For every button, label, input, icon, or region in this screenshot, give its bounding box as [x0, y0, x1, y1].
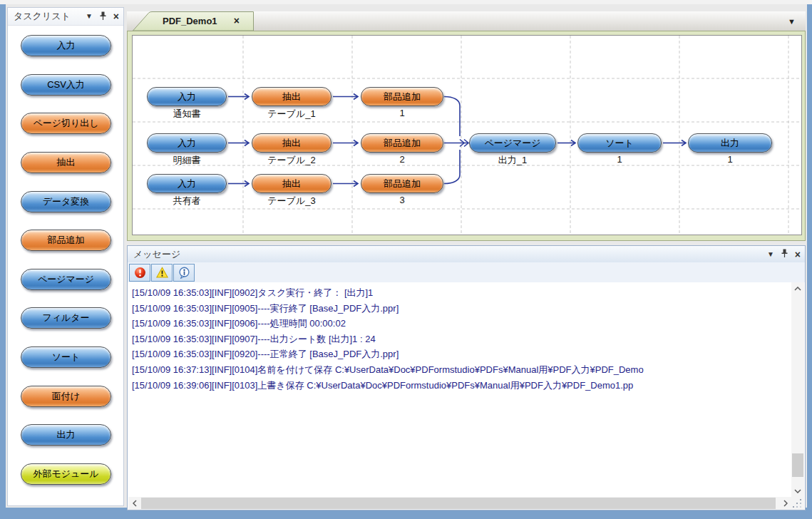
scroll-down-icon[interactable] [791, 485, 804, 497]
flow-node[interactable]: 抽出 [252, 133, 332, 153]
warning-filter-button[interactable] [151, 264, 173, 282]
flow-node[interactable]: 入力 [147, 174, 227, 193]
tab-label: PDF_Demo1 [163, 16, 217, 26]
task-button[interactable]: ソート [21, 346, 111, 368]
scroll-right-icon[interactable] [779, 497, 791, 510]
flow-canvas-frame: 入力通知書抽出テーブル_1部品追加1入力明細書抽出テーブル_2部品追加2ページマ… [127, 31, 806, 241]
tasklist-title: タスクリスト [8, 10, 71, 23]
resize-grip[interactable] [791, 497, 804, 510]
task-button[interactable]: ページマージ [21, 269, 111, 290]
info-icon [178, 267, 190, 279]
flow-node-name: テーブル_1 [252, 108, 332, 120]
tasklist-panel: タスクリスト ▼ × 入力CSV入力ページ切り出し抽出データ変換部品追加ページマ… [7, 7, 124, 506]
tab-close-icon[interactable]: × [234, 15, 240, 26]
task-button[interactable]: 面付け [21, 386, 111, 407]
log-line: [15/10/09 16:35:03][INF][0905]----実行終了 [… [132, 301, 792, 317]
warning-icon [156, 267, 168, 279]
log-line: [15/10/09 16:35:03][INF][0920]----正常終了 [… [132, 346, 792, 362]
flow-node-name: 出力_1 [469, 154, 556, 167]
flow-node[interactable]: 部品追加 [361, 133, 443, 153]
dropdown-icon[interactable]: ▼ [767, 251, 774, 258]
flow-node[interactable]: 入力 [147, 87, 227, 106]
flow-node[interactable]: ソート [577, 133, 662, 153]
scroll-up-icon[interactable] [791, 282, 804, 294]
message-title: メッセージ [128, 248, 180, 261]
app-window: タスクリスト ▼ × 入力CSV入力ページ切り出し抽出データ変換部品追加ページマ… [0, 0, 812, 519]
log-line: [15/10/09 16:35:03][INF][0902]タスク実行・終了： … [132, 285, 792, 301]
pin-icon[interactable] [781, 249, 788, 260]
tab-list-dropdown-icon[interactable]: ▼ [788, 17, 796, 26]
message-panel: メッセージ ▼ × [127, 245, 806, 510]
flow-node[interactable]: 部品追加 [361, 174, 443, 193]
log-line: [15/10/09 16:35:03][INF][0906]----処理時間 0… [132, 316, 792, 332]
flow-canvas[interactable]: 入力通知書抽出テーブル_1部品追加1入力明細書抽出テーブル_2部品追加2ページマ… [132, 35, 802, 235]
message-toolbar [128, 262, 805, 282]
flow-node[interactable]: 出力 [688, 133, 772, 153]
task-button[interactable]: 部品追加 [21, 230, 111, 251]
task-button[interactable]: 入力 [21, 35, 111, 56]
flow-node-name: 明細書 [147, 154, 227, 167]
main-area: PDF_Demo1 × ▼ [127, 7, 806, 510]
flow-node[interactable]: 抽出 [252, 87, 332, 106]
flow-node-name: 3 [361, 195, 443, 205]
error-filter-button[interactable] [129, 264, 150, 282]
scroll-left-icon[interactable] [128, 497, 140, 510]
close-icon[interactable]: × [113, 11, 119, 21]
pin-icon[interactable] [99, 11, 107, 22]
vertical-scrollbar[interactable] [791, 282, 804, 497]
flow-node[interactable]: 部品追加 [361, 87, 443, 106]
flow-node[interactable]: 抽出 [252, 174, 332, 193]
dropdown-icon[interactable]: ▼ [86, 13, 93, 20]
log-area[interactable]: [15/10/09 16:35:03][INF][0902]タスク実行・終了： … [128, 282, 792, 497]
flow-node-name: 1 [361, 108, 443, 118]
close-icon[interactable]: × [795, 250, 801, 260]
workspace: タスクリスト ▼ × 入力CSV入力ページ切り出し抽出データ変換部品追加ページマ… [6, 4, 807, 508]
flow-node-name: 1 [688, 154, 772, 165]
message-titlebar: メッセージ ▼ × [128, 246, 805, 263]
flow-node-name: テーブル_3 [252, 195, 332, 207]
log-line: [15/10/09 16:37:13][INF][0104]名前を付けて保存 C… [132, 362, 792, 378]
tasklist-titlebar: タスクリスト ▼ × [8, 8, 123, 26]
task-button[interactable]: フィルター [21, 307, 111, 329]
horizontal-scrollbar[interactable] [128, 497, 791, 510]
tab-bar: PDF_Demo1 × ▼ [127, 11, 806, 31]
task-button[interactable]: CSV入力 [21, 74, 111, 96]
flow-node[interactable]: ページマージ [469, 133, 556, 153]
vertical-scroll-thumb[interactable] [792, 453, 803, 477]
flow-node-name: テーブル_2 [252, 154, 332, 167]
flow-node-name: 2 [361, 154, 443, 165]
log-line: [15/10/09 16:39:06][INF][0103]上書き保存 C:¥U… [132, 378, 792, 394]
task-button[interactable]: データ変換 [21, 191, 111, 212]
log-line: [15/10/09 16:35:03][INF][0907]----出力シート数… [132, 332, 792, 347]
task-button[interactable]: 抽出 [21, 152, 111, 173]
flow-node-name: 1 [577, 154, 662, 165]
tab-pdf-demo1[interactable]: PDF_Demo1 × [133, 11, 254, 31]
task-button[interactable]: 出力 [21, 424, 111, 446]
horizontal-scroll-thumb[interactable] [141, 498, 776, 509]
info-filter-button[interactable] [173, 264, 195, 282]
task-button[interactable]: 外部モジュール [21, 463, 111, 485]
flow-node-name: 共有者 [147, 195, 227, 207]
error-icon [134, 267, 146, 279]
flow-node[interactable]: 入力 [147, 133, 227, 153]
task-button[interactable]: ページ切り出し [21, 113, 111, 134]
flow-node-name: 通知書 [147, 108, 227, 120]
